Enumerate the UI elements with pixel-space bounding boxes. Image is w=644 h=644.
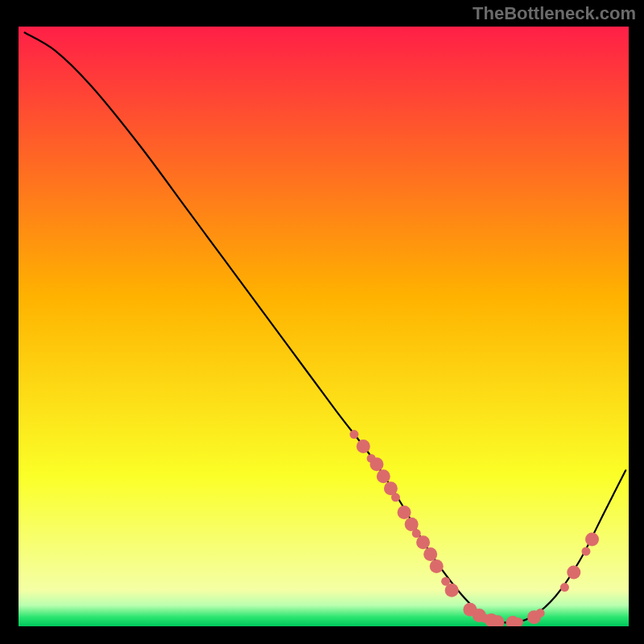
chart-container: { "watermark": "TheBottleneck.com", "cha… — [0, 0, 644, 644]
data-marker — [398, 506, 411, 519]
plot-background — [19, 27, 629, 626]
data-marker — [581, 547, 590, 555]
data-marker — [430, 559, 444, 573]
data-marker — [369, 457, 383, 471]
data-marker — [567, 565, 580, 579]
data-marker — [536, 609, 545, 617]
data-marker — [560, 583, 569, 592]
data-marker — [585, 532, 599, 546]
watermark-text: TheBottleneck.com — [473, 3, 636, 24]
data-marker — [391, 493, 400, 502]
data-marker — [377, 469, 390, 483]
data-marker — [349, 430, 358, 439]
data-marker — [357, 440, 370, 453]
data-marker — [491, 615, 505, 629]
data-marker — [423, 547, 437, 561]
chart-svg — [0, 0, 644, 644]
data-marker — [514, 617, 523, 626]
data-marker — [412, 529, 421, 538]
data-marker — [445, 584, 459, 597]
data-marker — [416, 535, 430, 549]
